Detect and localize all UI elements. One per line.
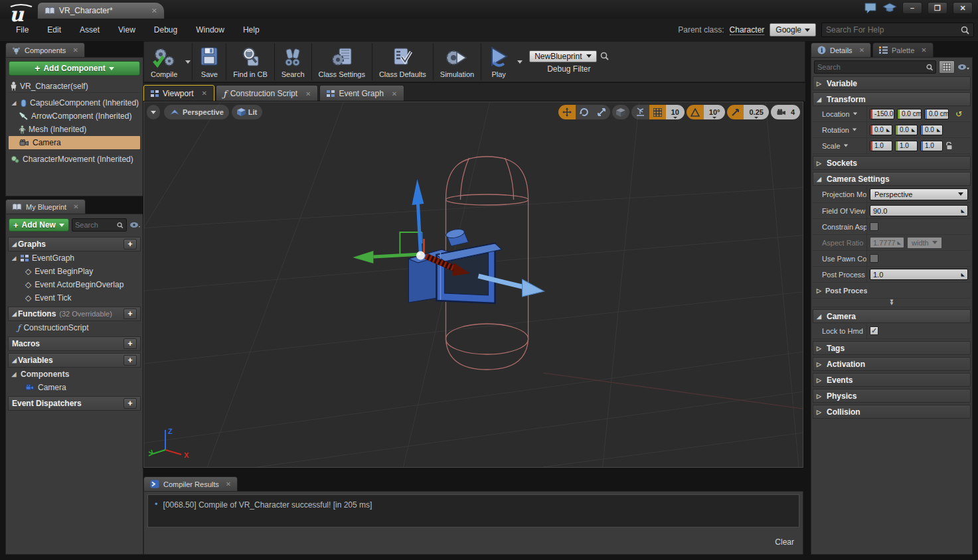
maximize-button[interactable]: ❐ bbox=[928, 2, 947, 14]
simulation-button[interactable]: Simulation bbox=[434, 42, 481, 82]
feedback-bubble-icon[interactable] bbox=[864, 3, 877, 14]
menu-asset[interactable]: Asset bbox=[72, 23, 108, 37]
close-icon[interactable]: ✕ bbox=[392, 90, 397, 98]
3d-viewport[interactable]: Z X Perspective bbox=[143, 102, 803, 468]
compile-button[interactable]: Compile bbox=[144, 42, 184, 82]
field-of-view-field[interactable]: 90.0◣ bbox=[870, 205, 968, 216]
details-search-input[interactable] bbox=[817, 63, 926, 71]
category-tags[interactable]: ▷ Tags bbox=[813, 341, 971, 355]
category-variable[interactable]: ▷ Variable bbox=[813, 76, 971, 90]
use-pawn-control-checkbox[interactable] bbox=[870, 254, 878, 263]
rotation-snap-value-dropdown[interactable]: 10° bbox=[704, 105, 726, 119]
tab-construction-script[interactable]: ƒ Construction Script ✕ bbox=[216, 85, 319, 102]
search-icon[interactable] bbox=[600, 52, 609, 60]
visibility-eye-icon[interactable] bbox=[129, 222, 140, 228]
add-component-button[interactable]: + Add Component bbox=[9, 61, 140, 76]
parent-class-link[interactable]: Character bbox=[730, 25, 765, 35]
find-in-cb-button[interactable]: Find in CB bbox=[226, 42, 274, 82]
rotation-z-field[interactable]: 0.0◣ bbox=[920, 125, 943, 135]
scale-x-field[interactable]: 1.0 bbox=[870, 141, 892, 151]
lit-mode-dropdown[interactable]: Lit bbox=[232, 105, 262, 119]
rotation-x-field[interactable]: 0.0◣ bbox=[870, 125, 892, 135]
lock-open-icon[interactable] bbox=[945, 142, 952, 150]
rotation-label[interactable]: Rotation bbox=[813, 122, 867, 137]
section-functions[interactable]: ◢ Functions (32 Overridable) + bbox=[8, 307, 141, 321]
debug-object-dropdown[interactable]: NewBlueprint bbox=[529, 50, 596, 62]
section-event-dispatchers[interactable]: Event Dispatchers + bbox=[8, 396, 141, 411]
asset-tab-vr-character[interactable]: VR_Character* ✕ bbox=[37, 2, 165, 19]
subsection-post-process-settings[interactable]: ▷ Post Process Settings bbox=[813, 283, 971, 299]
location-y-field[interactable]: 0.0 cm bbox=[897, 109, 922, 119]
component-row-capsule[interactable]: ◢ CapsuleComponent (Inherited) bbox=[9, 96, 140, 109]
constrain-aspect-checkbox[interactable] bbox=[870, 222, 878, 231]
close-icon[interactable]: ✕ bbox=[305, 90, 311, 98]
viewport-options-dropdown[interactable] bbox=[147, 105, 160, 119]
event-row-tick[interactable]: ◇ Event Tick bbox=[8, 291, 141, 305]
post-process-blend-field[interactable]: 1.0◣ bbox=[870, 269, 968, 280]
scale-tool-button[interactable] bbox=[593, 105, 610, 119]
event-row-actorbeginoverlap[interactable]: ◇ Event ActorBeginOverlap bbox=[8, 278, 141, 291]
camera-speed-dropdown[interactable]: 4 bbox=[771, 105, 800, 119]
minimize-button[interactable]: – bbox=[902, 2, 922, 14]
google-search-dropdown[interactable]: Google bbox=[770, 23, 816, 36]
scale-label[interactable]: Scale bbox=[813, 138, 867, 153]
component-row-charactermovement[interactable]: CharacterMovement (Inherited) bbox=[9, 153, 140, 166]
add-variable-button[interactable]: + bbox=[123, 355, 137, 366]
rotate-tool-button[interactable] bbox=[576, 105, 593, 119]
menu-window[interactable]: Window bbox=[188, 23, 232, 37]
component-row-arrow[interactable]: ArrowComponent (Inherited) bbox=[9, 109, 140, 123]
projection-mode-dropdown[interactable]: Perspective bbox=[870, 188, 968, 200]
expand-arrow-icon[interactable]: ◢ bbox=[11, 100, 17, 106]
add-event-dispatcher-button[interactable]: + bbox=[123, 398, 137, 409]
spinner-icon[interactable]: ◣ bbox=[937, 127, 940, 133]
category-transform[interactable]: ◢ Transform bbox=[813, 92, 971, 106]
compile-options-dropdown[interactable] bbox=[185, 60, 191, 64]
function-row-constructionscript[interactable]: ƒ ConstructionScript bbox=[8, 321, 141, 334]
tab-components[interactable]: Components ✕ bbox=[5, 42, 85, 57]
property-matrix-button[interactable] bbox=[939, 60, 955, 74]
close-icon[interactable]: ✕ bbox=[226, 480, 231, 488]
grid-snap-toggle[interactable] bbox=[649, 105, 666, 119]
save-button[interactable]: Save bbox=[193, 42, 226, 82]
expand-arrow-icon[interactable]: ◢ bbox=[11, 255, 17, 261]
class-settings-button[interactable]: Class Settings bbox=[312, 42, 372, 82]
category-sockets[interactable]: ▷ Sockets bbox=[813, 156, 971, 170]
surface-snap-button[interactable] bbox=[631, 105, 649, 119]
scale-y-field[interactable]: 1.0 bbox=[895, 141, 918, 151]
close-icon[interactable]: ✕ bbox=[859, 46, 864, 54]
my-blueprint-search-input[interactable] bbox=[75, 221, 118, 229]
variable-row-camera[interactable]: Camera bbox=[8, 381, 141, 394]
tab-my-blueprint[interactable]: My Blueprint ✕ bbox=[5, 199, 86, 214]
spinner-icon[interactable]: ◣ bbox=[961, 208, 965, 214]
add-function-button[interactable]: + bbox=[123, 309, 137, 319]
category-events[interactable]: ▷ Events bbox=[813, 373, 971, 387]
spinner-icon[interactable]: ◣ bbox=[886, 127, 890, 133]
rotation-y-field[interactable]: 0.0◣ bbox=[895, 125, 918, 135]
coordinate-space-button[interactable] bbox=[612, 105, 629, 119]
menu-help[interactable]: Help bbox=[235, 23, 268, 37]
tab-viewport[interactable]: Viewport ✕ bbox=[143, 85, 214, 102]
component-row-camera[interactable]: Camera bbox=[9, 136, 140, 149]
location-label[interactable]: Location bbox=[813, 106, 867, 121]
category-camera[interactable]: ◢ Camera bbox=[813, 309, 971, 323]
display-filter-eye-icon[interactable] bbox=[957, 64, 969, 70]
spinner-icon[interactable]: ◣ bbox=[961, 272, 965, 277]
event-row-beginplay[interactable]: ◇ Event BeginPlay bbox=[8, 265, 141, 278]
lock-to-hmd-checkbox[interactable]: ✓ bbox=[870, 326, 878, 335]
tab-event-graph[interactable]: Event Graph ✕ bbox=[319, 85, 404, 102]
add-macro-button[interactable]: + bbox=[123, 338, 137, 349]
play-button[interactable]: Play bbox=[481, 42, 516, 82]
tutorial-cap-icon[interactable] bbox=[882, 3, 897, 14]
close-icon[interactable]: ✕ bbox=[73, 203, 78, 210]
move-tool-button[interactable] bbox=[558, 105, 576, 119]
component-row-self[interactable]: VR_Character(self) bbox=[9, 80, 140, 93]
category-camera-settings[interactable]: ◢ Camera Settings bbox=[813, 172, 971, 186]
tab-palette[interactable]: Palette ✕ bbox=[872, 42, 934, 57]
search-button[interactable]: Search bbox=[275, 42, 311, 82]
rotation-snap-toggle[interactable] bbox=[687, 105, 704, 119]
play-options-dropdown[interactable] bbox=[517, 60, 523, 64]
reset-to-default-icon[interactable]: ↺ bbox=[955, 109, 962, 119]
scale-snap-value-dropdown[interactable]: 0.25 bbox=[744, 105, 768, 119]
add-graph-button[interactable]: + bbox=[123, 239, 137, 249]
section-variables[interactable]: ◢ Variables + bbox=[8, 353, 141, 368]
